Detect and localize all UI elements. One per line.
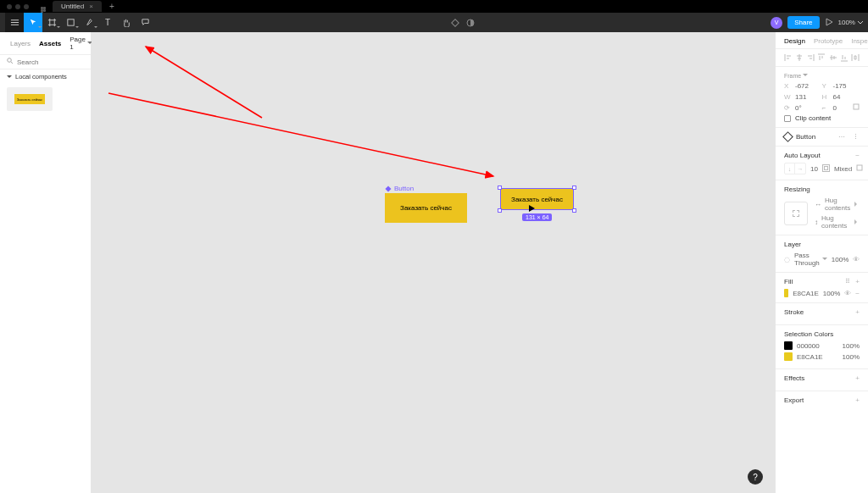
- distribute-icon[interactable]: [851, 53, 860, 62]
- asset-item-button[interactable]: Заказать сейчас: [7, 87, 53, 111]
- alignment-row: [776, 49, 868, 67]
- stroke-add-icon[interactable]: +: [855, 308, 860, 316]
- hand-tool[interactable]: [117, 13, 136, 32]
- user-avatar[interactable]: V: [771, 17, 782, 29]
- tab-layers[interactable]: Layers: [10, 40, 31, 47]
- selection-handle-se[interactable]: [572, 208, 576, 213]
- component-more-icon[interactable]: ⋯: [838, 133, 846, 141]
- constrain-proportions-icon[interactable]: [853, 92, 860, 101]
- fill-hex-value[interactable]: E8CA1E: [793, 290, 819, 297]
- autolayout-gap-value[interactable]: 10: [810, 165, 818, 173]
- zoom-menu[interactable]: 100%: [838, 19, 863, 26]
- resizing-visual[interactable]: [784, 202, 808, 225]
- selection-color-swatch-0: [784, 341, 793, 350]
- component-options-icon[interactable]: ⋯: [852, 133, 860, 141]
- canvas[interactable]: Button Заказать сейчас Заказать сейчас 1…: [92, 32, 775, 493]
- export-add-icon[interactable]: +: [855, 396, 860, 404]
- autolayout-remove-icon[interactable]: −: [855, 152, 860, 159]
- layer-blend-mode[interactable]: Pass Through: [794, 252, 827, 267]
- fill-add-icon[interactable]: +: [855, 278, 860, 285]
- help-button[interactable]: ?: [748, 469, 763, 485]
- layer-opacity-value[interactable]: 100%: [832, 256, 849, 263]
- center-diamond-icon[interactable]: [450, 18, 460, 28]
- component-instance-button[interactable]: Заказать сейчас: [500, 188, 574, 210]
- stroke-section: Stroke+: [776, 303, 868, 325]
- frame-section: Frame X-672 Y-175 W131 H64 ⟳0° ⌐0 Clip c…: [776, 67, 868, 128]
- page-selector[interactable]: Page 1: [70, 36, 92, 51]
- frame-h-value[interactable]: 64: [833, 93, 841, 101]
- autolayout-advanced-icon[interactable]: [856, 164, 863, 173]
- export-section: Export+: [776, 391, 868, 413]
- center-contrast-icon[interactable]: [465, 18, 476, 28]
- selection-colors-section: Selection Colors 000000 100% E8CA1E 100%: [776, 325, 868, 369]
- layer-visibility-icon[interactable]: 👁: [853, 256, 860, 263]
- selection-handle-ne[interactable]: [572, 186, 576, 190]
- fill-section: Fill ⠿+ E8CA1E 100% 👁 −: [776, 273, 868, 303]
- tab-inspect[interactable]: Inspect: [851, 37, 868, 45]
- tab-assets[interactable]: Assets: [39, 40, 61, 47]
- selection-handle-nw[interactable]: [498, 186, 502, 190]
- share-button[interactable]: Share: [787, 16, 819, 29]
- present-button[interactable]: [825, 18, 833, 28]
- component-label[interactable]: Button: [385, 185, 414, 192]
- figma-logo-icon[interactable]: [39, 3, 47, 11]
- fill-visibility-icon[interactable]: 👁: [844, 290, 851, 297]
- frame-section-title[interactable]: Frame: [784, 72, 808, 79]
- pen-tool[interactable]: [80, 13, 98, 32]
- selection-color-row-1[interactable]: E8CA1E 100%: [784, 352, 860, 361]
- main-menu-button[interactable]: [5, 13, 24, 32]
- align-left-icon[interactable]: [784, 53, 793, 62]
- autolayout-title: Auto Layout: [784, 152, 821, 159]
- comment-tool[interactable]: [136, 13, 154, 32]
- frame-radius-value[interactable]: 0: [833, 104, 837, 112]
- resizing-horизontal[interactable]: ↔Hug contents: [815, 197, 860, 212]
- align-hcenter-icon[interactable]: [795, 53, 804, 62]
- asset-preview-button: Заказать сейчас: [14, 94, 45, 104]
- frame-y-value[interactable]: -175: [833, 82, 847, 90]
- frame-w-value[interactable]: 131: [795, 93, 806, 101]
- traffic-min[interactable]: [15, 4, 20, 9]
- clip-content-checkbox[interactable]: Clip content: [784, 114, 860, 122]
- fill-remove-icon[interactable]: −: [855, 290, 860, 297]
- align-top-icon[interactable]: [817, 53, 826, 62]
- shape-tool[interactable]: [61, 13, 80, 32]
- selection-color-swatch-1: [784, 352, 793, 361]
- selection-handle-sw[interactable]: [498, 208, 502, 213]
- effects-section: Effects+: [776, 369, 868, 391]
- tab-prototype[interactable]: Prototype: [814, 37, 843, 45]
- frame-tool[interactable]: [42, 13, 61, 32]
- autolayout-vertical-icon[interactable]: ↓: [785, 163, 795, 174]
- selection-color-row-0[interactable]: 000000 100%: [784, 341, 860, 350]
- new-tab-button[interactable]: +: [107, 2, 117, 11]
- autolayout-padding-value[interactable]: Mixed: [834, 165, 852, 173]
- traffic-close[interactable]: [7, 4, 12, 9]
- fill-styles-icon[interactable]: ⠿: [845, 278, 850, 285]
- align-bottom-icon[interactable]: [840, 53, 849, 62]
- align-right-icon[interactable]: [806, 53, 815, 62]
- frame-x-value[interactable]: -672: [795, 82, 809, 90]
- assets-section-header[interactable]: Local components: [0, 69, 91, 84]
- component-label-text: Button: [394, 185, 414, 192]
- autolayout-padding-icon: [822, 164, 830, 174]
- frame-rotation-value[interactable]: 0°: [795, 104, 802, 112]
- document-tab[interactable]: Untitled ×: [53, 1, 102, 12]
- fill-swatch[interactable]: [784, 289, 788, 297]
- close-tab-icon[interactable]: ×: [89, 3, 93, 10]
- master-component-button[interactable]: Заказать сейчас: [385, 193, 467, 223]
- svg-point-8: [8, 58, 12, 63]
- traffic-max[interactable]: [24, 4, 29, 9]
- autolayout-horizontal-icon[interactable]: →: [795, 163, 805, 174]
- fill-opacity-value[interactable]: 100%: [823, 290, 840, 297]
- zoom-value: 100%: [838, 19, 855, 26]
- rotation-icon: ⟳: [784, 104, 793, 112]
- svg-rect-14: [824, 166, 827, 169]
- text-tool[interactable]: T: [98, 13, 117, 32]
- resizing-vertical[interactable]: ↕Hug contents: [815, 214, 860, 230]
- move-tool[interactable]: [24, 13, 42, 32]
- component-name[interactable]: Button: [796, 133, 815, 141]
- effects-add-icon[interactable]: +: [855, 374, 860, 382]
- tab-design[interactable]: Design: [784, 37, 805, 45]
- align-vcenter-icon[interactable]: [829, 53, 837, 62]
- independent-corners-icon[interactable]: [853, 103, 860, 112]
- svg-rect-12: [854, 104, 859, 109]
